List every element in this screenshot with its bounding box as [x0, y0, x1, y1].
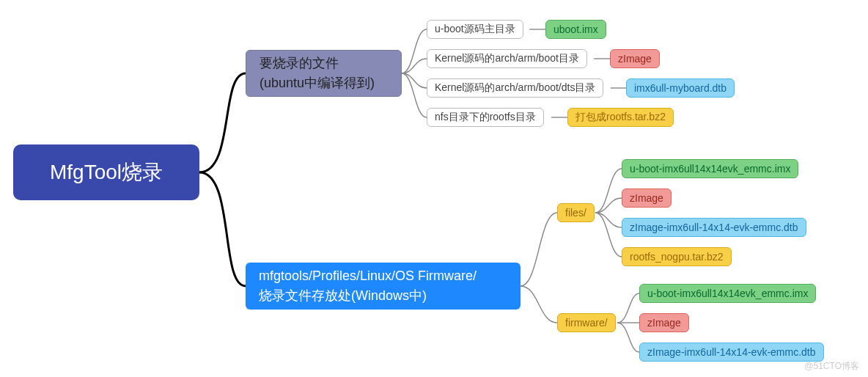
branch-mfgtools-path[interactable]: mfgtools/Profiles/Linux/OS Firmware/ 烧录文…	[246, 263, 521, 310]
files-rootfs[interactable]: rootfs_nogpu.tar.bz2	[622, 247, 732, 266]
files-dtb[interactable]: zImage-imx6ull-14x14-evk-emmc.dtb	[622, 218, 806, 237]
files-zimage[interactable]: zImage	[622, 188, 672, 208]
src-kernel-boot[interactable]: Kernel源码的arch/arm/boot目录	[427, 49, 587, 68]
branch2-line1: mfgtools/Profiles/Linux/OS Firmware/	[259, 266, 477, 286]
out-dtb[interactable]: imx6ull-myboard.dtb	[626, 78, 735, 98]
branch1-line2: (ubuntu中编译得到)	[260, 73, 375, 93]
branch-files-to-burn[interactable]: 要烧录的文件 (ubuntu中编译得到)	[246, 50, 402, 97]
firmware-dtb[interactable]: zImage-imx6ull-14x14-evk-emmc.dtb	[639, 343, 824, 362]
firmware-uboot[interactable]: u-boot-imx6ull14x14evk_emmc.imx	[639, 284, 816, 303]
root-node[interactable]: MfgTool烧录	[13, 144, 199, 200]
files-uboot[interactable]: u-boot-imx6ull14x14evk_emmc.imx	[622, 159, 798, 178]
branch1-line1: 要烧录的文件	[260, 54, 339, 73]
branch2-line2: 烧录文件存放处(Windows中)	[259, 286, 427, 306]
out-zimage[interactable]: zImage	[610, 49, 660, 68]
watermark: @51CTO博客	[804, 360, 859, 373]
dir-firmware[interactable]: firmware/	[557, 313, 616, 332]
dir-files[interactable]: files/	[557, 203, 595, 222]
root-title: MfgTool烧录	[50, 158, 163, 186]
src-uboot-dir[interactable]: u-boot源码主目录	[427, 20, 523, 39]
out-uboot[interactable]: uboot.imx	[545, 20, 606, 39]
src-kernel-dts[interactable]: Kernel源码的arch/arm/boot/dts目录	[427, 78, 603, 98]
src-nfs-rootfs[interactable]: nfs目录下的rootfs目录	[427, 108, 544, 127]
out-rootfs[interactable]: 打包成rootfs.tar.bz2	[567, 108, 674, 127]
firmware-zimage[interactable]: zImage	[639, 313, 689, 332]
